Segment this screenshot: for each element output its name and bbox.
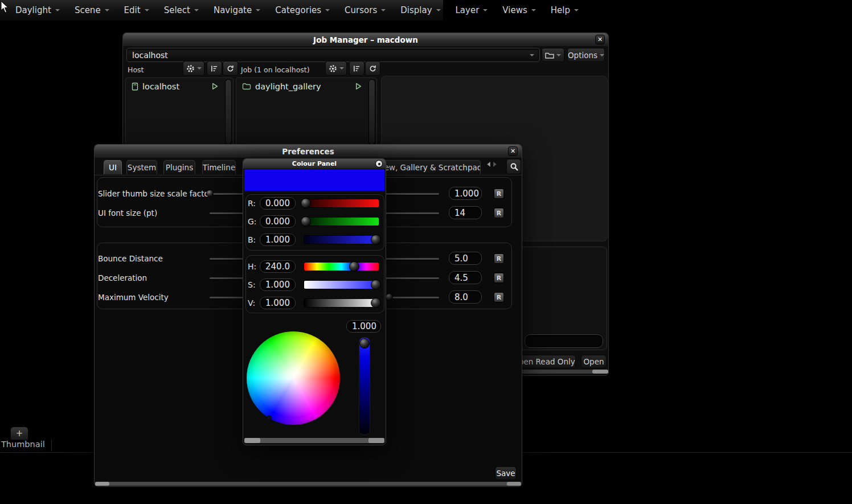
brightness-bar[interactable] (359, 337, 370, 435)
tab-timeline[interactable]: Timeline (202, 160, 236, 174)
reset-button[interactable]: R (494, 292, 504, 302)
r-slider-handle[interactable] (301, 198, 311, 208)
b-slider[interactable] (304, 235, 379, 244)
colour-wheel[interactable] (247, 331, 340, 425)
host-settings-button[interactable] (183, 61, 204, 76)
g-value-field[interactable]: 0.000 (260, 215, 296, 228)
preferences-titlebar[interactable]: Preferences (95, 145, 522, 158)
menu-item-categories[interactable]: Categories (268, 0, 337, 21)
menu-item-select[interactable]: Select (157, 0, 206, 21)
reset-button[interactable]: R (494, 208, 504, 218)
s-slider-handle[interactable] (371, 280, 381, 290)
menu-label: Categories (275, 5, 321, 15)
bounce-distance-value[interactable]: 5.0 (449, 252, 482, 265)
job-manager-titlebar[interactable]: Job Manager – macdown (123, 33, 608, 46)
host-list-scrollbar-thumb[interactable] (225, 79, 232, 145)
tab-scroll-left-icon[interactable] (486, 161, 491, 167)
play-icon[interactable] (355, 83, 362, 90)
g-slider[interactable] (304, 217, 379, 226)
maximum-velocity-value[interactable]: 8.0 (449, 290, 482, 304)
pref-label-slider-thumb-size: Slider thumb size scale factor (98, 189, 212, 198)
chevron-down-icon (339, 67, 344, 72)
colour-wheel-selector[interactable] (267, 415, 272, 420)
h-slider-handle[interactable] (349, 261, 359, 272)
colour-swatch[interactable] (244, 169, 384, 191)
chevron-down-icon (574, 9, 579, 14)
menu-item-cursors[interactable]: Cursors (337, 0, 393, 21)
job-refresh-button[interactable] (365, 61, 380, 76)
b-value-field[interactable]: 1.000 (260, 233, 296, 246)
tab-plugins[interactable]: Plugins (163, 160, 195, 174)
close-icon[interactable]: ✕ (595, 35, 605, 44)
r-slider[interactable] (304, 199, 379, 208)
job-list-scrollbar-thumb[interactable] (368, 79, 375, 145)
h-label: H: (248, 262, 256, 271)
h-value-field[interactable]: 240.0 (260, 260, 296, 273)
s-value-field[interactable]: 1.000 (260, 278, 296, 291)
reset-button[interactable]: R (494, 189, 504, 199)
job-manager-hscrollbar[interactable] (522, 370, 608, 374)
menu-item-scene[interactable]: Scene (67, 0, 117, 21)
chevron-down-icon (556, 54, 561, 59)
slider-thumb-size-handle[interactable] (206, 190, 214, 197)
job-row-daylight-gallery[interactable]: daylight_gallery (237, 79, 366, 93)
menu-item-edit[interactable]: Edit (117, 0, 157, 21)
menu-item-help[interactable]: Help (543, 0, 586, 21)
host-row-localhost[interactable]: localhost (127, 79, 223, 93)
menu-item-navigate[interactable]: Navigate (206, 0, 268, 21)
colour-panel-hscrollbar[interactable] (244, 438, 384, 443)
job-sort-button[interactable] (349, 61, 364, 76)
job-output-field[interactable] (525, 334, 603, 348)
close-icon[interactable]: ✕ (508, 146, 518, 156)
sort-list-icon (211, 65, 218, 72)
h-slider[interactable] (304, 262, 379, 271)
menu-item-daylight[interactable]: Daylight (8, 0, 67, 21)
options-button[interactable]: Options (567, 48, 605, 62)
brightness-value-field[interactable]: 1.000 (346, 320, 381, 333)
deceleration-value[interactable]: 4.5 (449, 271, 482, 284)
menu-item-display[interactable]: Display (393, 0, 448, 21)
s-slider[interactable] (304, 280, 379, 289)
tab-scroll-right-icon[interactable] (493, 161, 498, 167)
v-slider[interactable] (304, 298, 379, 308)
colour-panel-titlebar[interactable]: Colour Panel (243, 159, 386, 169)
colour-panel-hscrollbar-left-cap[interactable] (244, 438, 260, 443)
job-manager-hscrollbar-thumb[interactable] (592, 370, 608, 374)
add-thumbnail-button[interactable]: + (10, 427, 28, 440)
b-slider-handle[interactable] (371, 235, 381, 245)
host-section-label: Host (128, 65, 144, 74)
preferences-hscrollbar[interactable] (95, 482, 521, 486)
menu-item-views[interactable]: Views (495, 0, 543, 21)
host-address-combo[interactable]: localhost (126, 48, 540, 62)
tab-view-gallery-scratchpad[interactable]: View, Gallery & Scratchpad (370, 160, 481, 174)
ui-font-size-value[interactable]: 14 (449, 206, 482, 219)
brightness-bar-handle[interactable] (359, 338, 370, 349)
host-sort-button[interactable] (207, 61, 222, 76)
save-button[interactable]: Save (495, 466, 517, 480)
preferences-title: Preferences (282, 147, 334, 156)
preferences-hscrollbar-right-cap[interactable] (507, 482, 521, 486)
open-button[interactable]: Open (581, 355, 607, 368)
tab-ui[interactable]: UI (104, 160, 122, 174)
slider-thumb-size-value[interactable]: 1.000 (449, 187, 482, 200)
g-slider-handle[interactable] (301, 216, 311, 227)
v-slider-handle[interactable] (371, 298, 381, 308)
reset-button[interactable]: R (494, 253, 504, 264)
chevron-down-icon (600, 54, 604, 59)
maximum-velocity-handle[interactable] (386, 293, 393, 301)
play-icon[interactable] (212, 83, 218, 90)
v-value-field[interactable]: 1.000 (260, 297, 296, 309)
r-value-field[interactable]: 0.000 (260, 197, 296, 210)
v-label: V: (248, 298, 255, 308)
menu-item-layer[interactable]: Layer (448, 0, 495, 21)
tab-system[interactable]: System (126, 160, 157, 174)
reset-button[interactable]: R (494, 273, 504, 283)
host-refresh-button[interactable] (223, 61, 238, 76)
search-button[interactable] (506, 159, 521, 174)
menu-label: Edit (124, 5, 141, 15)
preferences-hscrollbar-left-cap[interactable] (95, 482, 109, 486)
folder-button[interactable] (542, 48, 564, 62)
colour-panel-hscrollbar-right-cap[interactable] (368, 438, 384, 443)
pin-icon[interactable] (375, 160, 383, 167)
job-settings-button[interactable] (325, 61, 347, 76)
